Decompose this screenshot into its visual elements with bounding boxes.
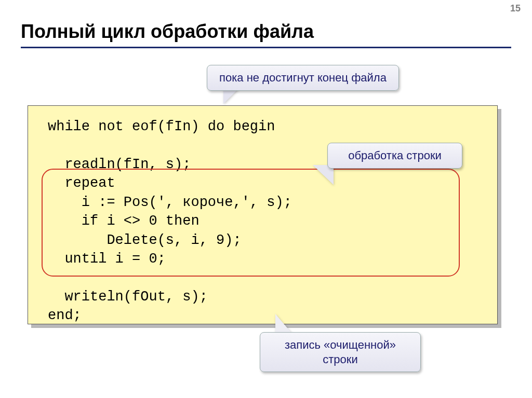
callout-tail-icon [275, 314, 293, 335]
code-line: Delete(s, i, 9); [48, 232, 242, 248]
page-number: 15 [510, 3, 521, 14]
code-line: while not eof(fIn) do begin [48, 119, 275, 134]
code-line: readln(fIn, s); [48, 157, 191, 172]
code-line: if i <> 0 then [48, 213, 200, 229]
code-box: while not eof(fIn) do begin readln(fIn, … [28, 105, 498, 324]
callout-write: запись «очищенной» строки [260, 332, 421, 372]
callout-eof: пока не достигнут конец файла [207, 65, 399, 91]
page-title: Полный цикл обработки файла [21, 21, 314, 43]
callout-tail-icon [223, 88, 239, 104]
title-underline [21, 47, 511, 48]
code-line: i := Pos(', короче,', s); [48, 195, 292, 210]
code-line: until i = 0; [48, 251, 166, 267]
callout-process: обработка строки [327, 143, 462, 169]
code-line: end; [48, 308, 82, 323]
code-line: writeln(fOut, s); [48, 289, 208, 305]
code-line: repeat [48, 175, 115, 191]
